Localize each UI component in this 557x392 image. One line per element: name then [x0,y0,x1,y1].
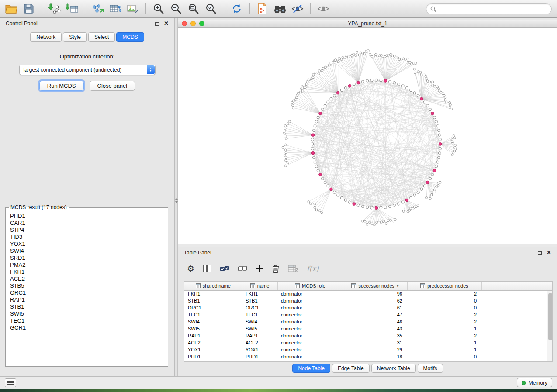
column-header-successor-nodes[interactable]: successor nodes▾ [343,282,407,290]
export-table-icon [109,3,121,14]
column-header-predecessor-nodes[interactable]: predecessor nodes [407,282,481,290]
mcds-result-item[interactable]: PMA2 [10,261,163,268]
save-session-button[interactable] [21,2,37,16]
export-network-button[interactable] [90,2,106,16]
column-header-name[interactable]: name [242,282,277,290]
table-row[interactable]: YOX1YOX1connector291 [184,346,552,353]
select-all-icon[interactable] [220,265,229,272]
tab-network[interactable]: Network [30,32,62,42]
mcds-result-item[interactable]: YOX1 [10,241,163,248]
mcds-result-item[interactable]: STB1 [10,303,163,310]
zoom-in-button[interactable] [151,2,166,16]
show-all-button[interactable] [315,2,331,16]
window-zoom-button[interactable] [199,21,204,26]
table-scrollbar-thumb[interactable] [548,293,552,340]
optimization-criterion-label: Optimization criterion: [0,53,174,60]
table-row[interactable]: SWI4SWI4dominator462 [184,318,552,325]
search-input[interactable] [439,6,547,12]
float-table-panel-icon[interactable] [538,251,542,255]
tab-mcds[interactable]: MCDS [116,32,144,42]
open-folder-icon [5,4,17,14]
run-mcds-button[interactable]: Run MCDS [39,81,84,91]
network-canvas[interactable] [178,28,557,244]
mcds-result-item[interactable]: TID3 [10,234,163,241]
toolbar-separator [85,3,85,14]
mcds-result-list: PHD1CAR1STP4TID3YOX1SWI4SRD1PMA2FKH1ACE2… [6,210,168,366]
table-row[interactable]: SWI5SWI5connector431 [184,325,552,332]
mcds-result-item[interactable]: SRD1 [10,254,163,261]
find-button[interactable] [272,2,288,16]
menu-button[interactable] [5,378,16,387]
float-panel-icon[interactable] [155,22,159,26]
delete-icon[interactable] [272,264,280,273]
status-bar: Memory [0,376,557,389]
export-network-icon [92,3,104,14]
toolbar-separator [145,3,146,14]
memory-button[interactable]: Memory [517,378,552,387]
window-close-button[interactable] [182,21,187,26]
import-table-button[interactable] [64,2,80,16]
columns-icon[interactable] [203,265,211,272]
column-header-shared-name[interactable]: shared name [184,282,242,290]
deselect-all-icon[interactable] [238,265,247,272]
mcds-result-item[interactable]: ORC1 [10,289,163,296]
refresh-button[interactable] [229,2,245,16]
memory-status-icon [522,381,526,385]
mcds-result-item[interactable]: GCR1 [10,324,163,331]
control-panel: Control Panel ✕ NetworkStyleSelectMCDS O… [0,18,175,376]
table-tab-edge-table[interactable]: Edge Table [332,364,370,373]
hide-selection-button[interactable] [290,2,305,16]
mcds-result-item[interactable]: RAP1 [10,296,163,303]
table-row[interactable]: ORC1ORC1dominator610 [184,304,552,311]
optimization-dropdown[interactable]: largest connected component (undirected)… [19,65,156,75]
share-document-button[interactable] [255,2,270,16]
close-panel-icon[interactable]: ✕ [164,21,169,26]
column-header-MCDS-role[interactable]: MCDS role [277,282,343,290]
window-minimize-button[interactable] [190,21,196,26]
table-tab-network-table[interactable]: Network Table [371,364,416,373]
mcds-result-item[interactable]: STP4 [10,227,163,234]
open-file-button[interactable] [3,2,19,16]
panel-splitter[interactable] [175,18,178,376]
zoom-fit-button[interactable] [186,2,201,16]
import-network-button[interactable] [47,2,62,16]
share-document-icon [257,3,268,14]
table-tab-node-table[interactable]: Node Table [292,364,330,373]
table-row[interactable]: FKH1FKH1dominator962 [184,290,552,297]
export-table-button[interactable] [107,2,123,16]
main-toolbar [0,0,557,18]
save-icon [24,3,34,14]
export-image-button[interactable] [125,2,141,16]
tab-select[interactable]: Select [88,32,115,42]
add-column-icon[interactable] [256,265,263,272]
export-image-icon [127,3,139,14]
refresh-icon [231,3,242,14]
table-tab-motifs[interactable]: Motifs [418,364,443,373]
column-type-icon [351,283,356,288]
zoom-out-button[interactable] [168,2,184,16]
tab-style[interactable]: Style [63,32,87,42]
close-table-panel-icon[interactable]: ✕ [547,251,551,255]
close-panel-button[interactable]: Close panel [90,81,135,91]
mcds-result-item[interactable]: STB5 [10,282,163,289]
mcds-result-item[interactable]: SWI5 [10,310,163,317]
mcds-result-item[interactable]: FKH1 [10,268,163,275]
mcds-result-item[interactable]: ACE2 [10,275,163,282]
table-row[interactable]: TEC1TEC1connector472 [184,311,552,318]
table-row[interactable]: RAP1RAP1dominator352 [184,332,552,339]
mcds-result-item[interactable]: PHD1 [10,213,163,220]
zoom-selected-button[interactable] [203,2,219,16]
table-row[interactable]: PHD1PHD1dominator180 [184,353,552,360]
mcds-result-item[interactable]: SWI4 [10,248,163,254]
zoom-in-icon [153,3,164,14]
network-window-titlebar: YPA_prune.txt_1 [178,20,557,28]
control-panel-title: Control Panel [6,21,38,27]
table-scrollbar[interactable] [547,291,552,361]
table-row[interactable]: STB1STB1dominator620 [184,297,552,304]
mcds-result-item[interactable]: TEC1 [10,317,163,324]
table-settings-button[interactable]: ⚙ [187,265,194,273]
table-row[interactable]: ACE2ACE2connector311 [184,339,552,346]
zoom-fit-icon [188,3,199,14]
mcds-result-item[interactable]: CAR1 [10,220,163,227]
function-builder-button[interactable]: f(x) [307,265,318,273]
